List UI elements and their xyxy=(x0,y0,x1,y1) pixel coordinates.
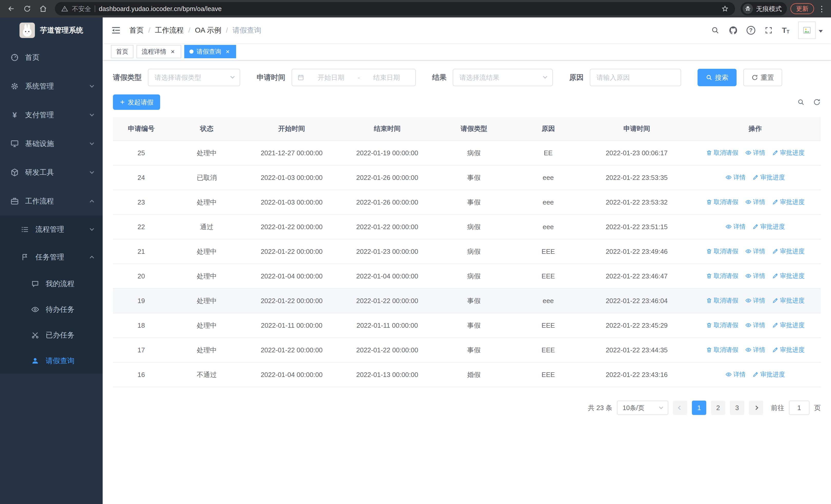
reset-button[interactable]: 重置 xyxy=(743,69,782,86)
address-bar[interactable]: 不安全 dashboard.yudao.iocoder.cn/bpm/oa/le… xyxy=(55,2,735,16)
toggle-search-icon[interactable] xyxy=(797,98,805,106)
create-leave-button[interactable]: 发起请假 xyxy=(113,94,160,110)
page-button-2[interactable]: 2 xyxy=(711,401,725,415)
sidebar-item-dev-tools[interactable]: 研发工具 xyxy=(0,158,103,187)
sidebar-item-workflow[interactable]: 工作流程 xyxy=(0,187,103,215)
approval-progress-link[interactable]: 审批进度 xyxy=(752,173,785,181)
detail-link[interactable]: 详情 xyxy=(725,173,746,181)
approval-progress-link[interactable]: 审批进度 xyxy=(772,149,805,157)
hamburger-icon[interactable] xyxy=(111,25,121,35)
detail-link[interactable]: 详情 xyxy=(745,198,765,206)
reload-icon[interactable] xyxy=(21,3,33,15)
goto-page-input[interactable] xyxy=(789,401,809,415)
cancel-leave-link[interactable]: 取消请假 xyxy=(706,149,738,157)
action-label: 详情 xyxy=(753,296,765,305)
sidebar-item-task-management[interactable]: 任务管理 xyxy=(0,243,103,271)
approval-progress-link[interactable]: 审批进度 xyxy=(772,198,805,206)
sidebar-item-process-management[interactable]: 流程管理 xyxy=(0,215,103,243)
action-label: 详情 xyxy=(753,272,765,280)
approval-progress-link[interactable]: 审批进度 xyxy=(752,223,785,231)
detail-link[interactable]: 详情 xyxy=(745,247,765,255)
trash-icon xyxy=(706,273,712,279)
search-button[interactable]: 搜索 xyxy=(697,69,737,86)
chrome-update-button[interactable]: 更新 xyxy=(791,3,814,14)
table-header-row: 申请编号 状态 开始时间 结束时间 请假类型 原因 申请时间 操作 xyxy=(113,117,821,141)
bookmark-star-icon[interactable] xyxy=(721,5,729,12)
sidebar-item-system[interactable]: 系统管理 xyxy=(0,72,103,100)
cancel-leave-link[interactable]: 取消请假 xyxy=(706,198,738,206)
cancel-leave-link[interactable]: 取消请假 xyxy=(706,346,738,354)
detail-link[interactable]: 详情 xyxy=(745,346,765,354)
cell-actions: 取消请假 详情 审批进度 xyxy=(690,239,821,264)
chevron-down-icon xyxy=(90,170,94,174)
detail-link[interactable]: 详情 xyxy=(745,149,765,157)
detail-link[interactable]: 详情 xyxy=(745,272,765,280)
close-icon[interactable]: × xyxy=(224,48,231,55)
plus-icon xyxy=(120,99,125,105)
detail-link[interactable]: 详情 xyxy=(725,370,746,379)
incognito-icon xyxy=(743,4,753,14)
cell-apply-time: 2022-01-23 00:06:17 xyxy=(583,141,690,165)
breadcrumb-workflow[interactable]: 工作流程 xyxy=(155,25,184,35)
tab-process-detail[interactable]: 流程详情 × xyxy=(137,45,181,58)
cancel-leave-link[interactable]: 取消请假 xyxy=(706,296,738,305)
font-size-icon[interactable]: TT xyxy=(782,26,790,34)
tab-home[interactable]: 首页 xyxy=(111,45,134,58)
cancel-leave-link[interactable]: 取消请假 xyxy=(706,272,738,280)
result-select[interactable]: 请选择流结果 xyxy=(453,69,553,86)
prev-page-button[interactable] xyxy=(673,401,687,415)
close-icon[interactable]: × xyxy=(169,48,176,55)
approval-progress-link[interactable]: 审批进度 xyxy=(752,370,785,379)
page-size-value: 10条/页 xyxy=(623,404,644,412)
sidebar-item-label: 首页 xyxy=(25,53,39,62)
github-icon[interactable] xyxy=(728,26,738,35)
sidebar-item-done-tasks[interactable]: 已办任务 xyxy=(0,322,103,348)
page-button-3[interactable]: 3 xyxy=(730,401,744,415)
cancel-leave-link[interactable]: 取消请假 xyxy=(706,321,738,329)
sidebar-item-todo-tasks[interactable]: 待办任务 xyxy=(0,297,103,322)
eye-icon xyxy=(745,347,751,353)
breadcrumb-home[interactable]: 首页 xyxy=(130,25,144,35)
sidebar-item-infrastructure[interactable]: 基础设施 xyxy=(0,129,103,158)
page-button-1[interactable]: 1 xyxy=(692,401,706,415)
cancel-leave-link[interactable]: 取消请假 xyxy=(706,247,738,255)
detail-link[interactable]: 详情 xyxy=(745,321,765,329)
home-icon[interactable] xyxy=(37,3,49,15)
sidebar-item-payment[interactable]: ¥ 支付管理 xyxy=(0,100,103,129)
navbar-actions: ? TT xyxy=(711,22,823,39)
edit-pen-icon xyxy=(772,347,778,353)
tab-label: 首页 xyxy=(116,48,128,56)
approval-progress-link[interactable]: 审批进度 xyxy=(772,296,805,305)
refresh-table-icon[interactable] xyxy=(813,98,821,106)
approval-progress-link[interactable]: 审批进度 xyxy=(772,272,805,280)
approval-progress-link[interactable]: 审批进度 xyxy=(772,346,805,354)
help-icon[interactable]: ? xyxy=(747,26,755,35)
col-apply-time: 申请时间 xyxy=(583,117,690,141)
kebab-menu-icon[interactable]: ⋮ xyxy=(818,3,826,15)
action-label: 取消请假 xyxy=(714,296,738,305)
tab-leave-query[interactable]: 请假查询 × xyxy=(184,45,236,58)
header-search-icon[interactable] xyxy=(711,26,720,35)
approval-progress-link[interactable]: 审批进度 xyxy=(772,247,805,255)
sidebar-item-label: 请假查询 xyxy=(46,356,75,366)
back-icon[interactable] xyxy=(5,3,18,15)
sidebar-item-home[interactable]: 首页 xyxy=(0,43,103,72)
leave-table-body: 25 处理中 2021-12-27 00:00:00 2022-01-19 00… xyxy=(113,141,821,387)
user-menu[interactable] xyxy=(798,22,823,39)
cell-end-time: 2022-01-26 00:00:00 xyxy=(340,190,435,214)
detail-link[interactable]: 详情 xyxy=(745,296,765,305)
fullscreen-icon[interactable] xyxy=(764,26,773,35)
sidebar-item-my-process[interactable]: 我的流程 xyxy=(0,271,103,297)
leave-type-select[interactable]: 请选择请假类型 xyxy=(148,69,240,86)
detail-link[interactable]: 详情 xyxy=(725,223,746,231)
trash-icon xyxy=(706,297,712,304)
breadcrumb-oa-example[interactable]: OA 示例 xyxy=(195,25,222,35)
cell-end-time: 2022-01-04 00:00:00 xyxy=(340,264,435,289)
eye-icon xyxy=(745,297,751,304)
approval-progress-link[interactable]: 审批进度 xyxy=(772,321,805,329)
next-page-button[interactable] xyxy=(749,401,763,415)
page-size-select[interactable]: 10条/页 xyxy=(617,401,668,415)
reason-input[interactable] xyxy=(596,73,675,82)
apply-time-range-picker[interactable]: 开始日期 - 结束日期 xyxy=(291,69,416,86)
sidebar-item-leave-query[interactable]: 请假查询 xyxy=(0,348,103,374)
